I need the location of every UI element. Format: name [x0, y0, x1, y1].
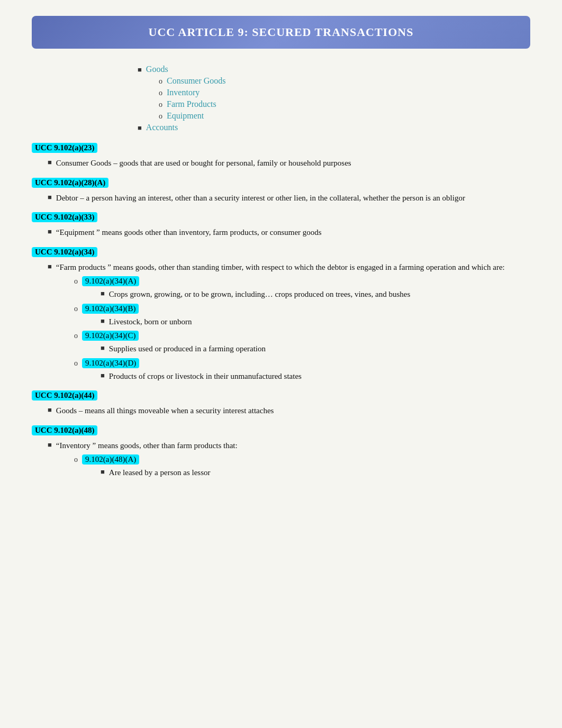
- outline-section: ■ Goods o Consumer Goods o Inventory o F…: [138, 65, 530, 132]
- ucc-sub-ref-34a[interactable]: 9.102(a)(34)(A): [82, 276, 139, 286]
- sub-ref-48a-row: o 9.102(a)(48)(A): [74, 454, 530, 465]
- sub-o-34c: o: [74, 332, 78, 340]
- ucc-sub-item-34b: ■ Livestock, born or unborn: [101, 316, 530, 328]
- ucc-text-23-0: Consumer Goods – goods that are used or …: [56, 157, 351, 169]
- outline-l2-equipment: o Equipment: [159, 111, 530, 121]
- ucc-sub-item-34c: ■ Supplies used or produced in a farming…: [101, 343, 530, 355]
- ucc-item-23-0: ■ Consumer Goods – goods that are used o…: [48, 157, 530, 169]
- ucc-sub-item-48a: ■ Are leased by a person as lessor: [101, 467, 530, 479]
- ucc-item-34-0: ■ “Farm products ” means goods, other th…: [48, 261, 530, 274]
- ucc-ref-48[interactable]: UCC 9.102(a)(48): [32, 425, 97, 435]
- sub-ref-34d-row: o 9.102(a)(34)(D): [74, 358, 530, 368]
- bullet-44: ■: [48, 406, 52, 414]
- letter-o-3: o: [159, 101, 162, 109]
- outline-l1-goods: ■ Goods: [138, 65, 530, 74]
- ucc-text-34a: Crops grown, growing, or to be grown, in…: [109, 288, 411, 301]
- ucc-section-23: UCC 9.102(a)(23) ■ Consumer Goods – good…: [32, 143, 530, 169]
- outline-l1-accounts: ■ Accounts: [138, 123, 530, 132]
- page-title: UCC ARTICLE 9: SECURED TRANSACTIONS: [53, 25, 509, 39]
- sub-o-34d: o: [74, 359, 78, 368]
- outline-inventory-link[interactable]: Inventory: [167, 88, 200, 97]
- ucc-sub-ref-34c[interactable]: 9.102(a)(34)(C): [82, 331, 139, 341]
- ucc-item-48-0: ■ “Inventory ” means goods, other than f…: [48, 440, 530, 452]
- letter-o-4: o: [159, 112, 162, 121]
- ucc-text-44-0: Goods – means all things moveable when a…: [56, 405, 274, 417]
- sub-o-34a: o: [74, 277, 78, 286]
- sub-o-48a: o: [74, 456, 78, 464]
- ucc-text-34c: Supplies used or produced in a farming o…: [109, 343, 266, 355]
- ucc-section-48: UCC 9.102(a)(48) ■ “Inventory ” means go…: [32, 425, 530, 479]
- bullet-34b: ■: [101, 317, 105, 325]
- content-area: UCC 9.102(a)(23) ■ Consumer Goods – good…: [32, 143, 530, 479]
- outline-l2-consumer-goods: o Consumer Goods: [159, 76, 530, 86]
- sub-o-34b: o: [74, 305, 78, 313]
- ucc-text-28a-0: Debtor – a person having an interest, ot…: [56, 192, 465, 204]
- ucc-item-28a-0: ■ Debtor – a person having an interest, …: [48, 192, 530, 204]
- ucc-section-44: UCC 9.102(a)(44) ■ Goods – means all thi…: [32, 390, 530, 417]
- ucc-sub-ref-34d[interactable]: 9.102(a)(34)(D): [82, 358, 139, 368]
- bullet-33: ■: [48, 228, 52, 236]
- bullet-34d: ■: [101, 371, 105, 380]
- ucc-text-34d: Products of crops or livestock in their …: [109, 370, 302, 383]
- ucc-sub-item-34d: ■ Products of crops or livestock in thei…: [101, 370, 530, 383]
- sub-ref-34b-row: o 9.102(a)(34)(B): [74, 304, 530, 314]
- ucc-text-48-0: “Inventory ” means goods, other than far…: [56, 440, 238, 452]
- ucc-sub-ref-34b[interactable]: 9.102(a)(34)(B): [82, 304, 139, 314]
- bullet-icon-goods: ■: [138, 66, 142, 74]
- ucc-item-33-0: ■ “Equipment ” means goods other than in…: [48, 226, 530, 239]
- ucc-text-34-0: “Farm products ” means goods, other than…: [56, 261, 505, 274]
- bullet-23: ■: [48, 158, 52, 167]
- ucc-sub-ref-48a[interactable]: 9.102(a)(48)(A): [82, 454, 139, 465]
- outline-equipment-link[interactable]: Equipment: [167, 111, 204, 121]
- letter-o-2: o: [159, 89, 162, 97]
- ucc-section-33: UCC 9.102(a)(33) ■ “Equipment ” means go…: [32, 212, 530, 239]
- bullet-48a: ■: [101, 468, 105, 476]
- ucc-item-44-0: ■ Goods – means all things moveable when…: [48, 405, 530, 417]
- bullet-34a: ■: [101, 289, 105, 298]
- ucc-section-34: UCC 9.102(a)(34) ■ “Farm products ” mean…: [32, 247, 530, 383]
- ucc-ref-28a[interactable]: UCC 9.102(a)(28)(A): [32, 178, 108, 188]
- ucc-text-34b: Livestock, born or unborn: [109, 316, 192, 328]
- outline-l2-inventory: o Inventory: [159, 88, 530, 97]
- ucc-ref-33[interactable]: UCC 9.102(a)(33): [32, 212, 97, 222]
- sub-ref-34a-row: o 9.102(a)(34)(A): [74, 276, 530, 286]
- outline-farm-products-link[interactable]: Farm Products: [167, 99, 216, 109]
- outline-l2-farm-products: o Farm Products: [159, 99, 530, 109]
- outline-goods-link[interactable]: Goods: [146, 65, 168, 74]
- ucc-section-28a: UCC 9.102(a)(28)(A) ■ Debtor – a person …: [32, 178, 530, 204]
- ucc-ref-23[interactable]: UCC 9.102(a)(23): [32, 143, 97, 153]
- letter-o-1: o: [159, 77, 162, 86]
- ucc-text-48a: Are leased by a person as lessor: [109, 467, 211, 479]
- bullet-48: ■: [48, 441, 52, 449]
- bullet-icon-accounts: ■: [138, 124, 142, 132]
- outline-accounts-link[interactable]: Accounts: [146, 123, 178, 132]
- ucc-ref-34[interactable]: UCC 9.102(a)(34): [32, 247, 97, 257]
- ucc-sub-item-34a: ■ Crops grown, growing, or to be grown, …: [101, 288, 530, 301]
- bullet-28a: ■: [48, 193, 52, 202]
- ucc-ref-44[interactable]: UCC 9.102(a)(44): [32, 390, 97, 401]
- page-header: UCC ARTICLE 9: SECURED TRANSACTIONS: [32, 16, 530, 49]
- outline-consumer-goods-link[interactable]: Consumer Goods: [167, 76, 226, 86]
- bullet-34: ■: [48, 262, 52, 271]
- bullet-34c: ■: [101, 344, 105, 352]
- ucc-text-33-0: “Equipment ” means goods other than inve…: [56, 226, 322, 239]
- sub-ref-34c-row: o 9.102(a)(34)(C): [74, 331, 530, 341]
